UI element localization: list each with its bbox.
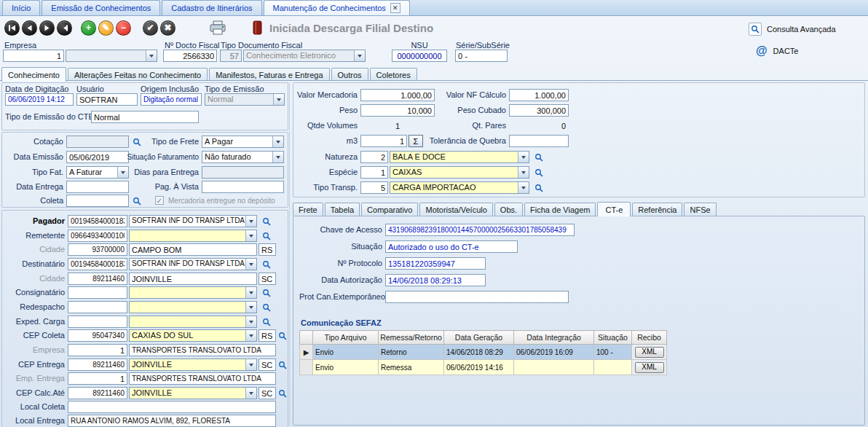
cidade-destino-uf-input[interactable] [259, 273, 276, 285]
cep-coleta-combo[interactable]: CAXIAS DO SUL [129, 329, 257, 342]
print-button[interactable] [209, 20, 226, 36]
qt-pares-input[interactable] [509, 120, 569, 132]
consignatario-code-input[interactable] [68, 286, 127, 299]
tab-manifestos[interactable]: Manifestos, Faturas e Entrega [209, 68, 329, 81]
cell-data-integracao[interactable]: 06/06/2019 16:09 [514, 345, 594, 360]
mdi-tab-emissao[interactable]: Emissão de Conhecimentos [42, 0, 160, 15]
usuario-input[interactable] [76, 93, 138, 106]
tab-tabela[interactable]: Tabela [325, 203, 360, 216]
especie-code-input[interactable] [360, 166, 388, 179]
emp-entrega-code-input[interactable] [68, 372, 127, 385]
xml-button[interactable]: XML [635, 347, 664, 358]
pagador-search-button[interactable] [260, 215, 273, 227]
exped-carga-combo[interactable] [129, 316, 257, 328]
edit-record-button[interactable]: ✎ [98, 20, 114, 36]
cidade-destino-code-input[interactable] [68, 273, 127, 285]
cotacao-input[interactable] [66, 136, 129, 148]
consignatario-combo[interactable] [129, 286, 257, 299]
nav-first-button[interactable] [4, 20, 20, 36]
emp-entrega-input[interactable] [129, 372, 276, 385]
serie-input[interactable] [455, 50, 508, 62]
tab-comparativo[interactable]: Comparativo [361, 203, 418, 216]
cell-remessa-retorno[interactable]: Remessa [379, 360, 444, 375]
natureza-search-button[interactable] [532, 151, 545, 163]
destinatario-code-input[interactable] [68, 258, 127, 270]
mdi-tab-inicio[interactable]: Início [2, 0, 40, 15]
cell-situacao[interactable]: 100 - [594, 345, 632, 360]
natureza-combo[interactable]: BALA E DOCE [390, 151, 529, 163]
tolerancia-input[interactable] [509, 135, 569, 147]
tab-frete[interactable]: Frete [293, 203, 323, 216]
tipo-transp-search-button[interactable] [532, 181, 545, 194]
redespacho-combo[interactable] [129, 301, 257, 313]
prot-can-input[interactable] [385, 291, 569, 303]
redespacho-code-input[interactable] [68, 301, 127, 313]
sefaz-row[interactable]: Envio Remessa 06/06/2019 14:16 XML [300, 360, 667, 375]
redespacho-search-button[interactable] [260, 301, 273, 313]
add-record-button[interactable]: + [81, 20, 96, 36]
mdi-tab-manutencao[interactable]: Manutenção de Conhecimentos ✕ [264, 0, 410, 15]
remetente-combo[interactable] [129, 230, 257, 242]
tipo-transp-combo[interactable]: CARGA IMPORTACAO [390, 181, 529, 194]
consignatario-search-button[interactable] [260, 286, 273, 299]
tipo-frete-combo[interactable]: A Pagar [202, 136, 284, 148]
tipo-doc-code-input[interactable] [220, 50, 242, 62]
tab-motorista-veiculo[interactable]: Motorista/Veículo [419, 203, 492, 216]
data-autorizacao-input[interactable] [385, 274, 486, 286]
tab-outros[interactable]: Outros [331, 68, 368, 81]
cep-entrega-code-input[interactable] [68, 359, 127, 371]
tipo-transp-code-input[interactable] [360, 181, 388, 194]
situacao-faturamento-combo[interactable]: Não faturado [202, 151, 284, 163]
mercadoria-deposito-checkbox[interactable]: ✓ [155, 196, 164, 205]
empresa-coleta-code-input[interactable] [68, 344, 127, 356]
cep-coleta-uf-input[interactable] [259, 329, 276, 342]
valor-nf-input[interactable] [509, 89, 569, 101]
cep-coleta-search-button[interactable] [276, 329, 289, 342]
empresa-coleta-input[interactable] [129, 344, 276, 356]
pagador-code-input[interactable] [68, 215, 127, 227]
natureza-code-input[interactable] [360, 151, 388, 163]
tab-alteracoes[interactable]: Alterações Feitas no Conhecimento [68, 68, 208, 81]
mdi-tab-itinerarios[interactable]: Cadastro de Itinerários [162, 0, 261, 15]
cidade-origem-uf-input[interactable] [259, 243, 276, 256]
digitacao-input[interactable] [5, 93, 74, 106]
cell-data-integracao[interactable] [514, 360, 594, 375]
tab-nfse[interactable]: NFSe [684, 203, 716, 216]
tab-coletores[interactable]: Coletores [370, 68, 417, 81]
tab-referencia[interactable]: Referência [632, 203, 682, 216]
local-coleta-input[interactable] [68, 401, 276, 413]
origem-input[interactable] [141, 93, 202, 106]
destinatario-combo[interactable]: SOFTRAN INF DO TRANSP LTDA [129, 258, 257, 270]
chave-acesso-input[interactable] [385, 224, 575, 236]
cep-coleta-code-input[interactable] [68, 329, 127, 342]
peso-input[interactable] [360, 104, 435, 117]
cell-tipo-arquivo[interactable]: Envio [313, 360, 379, 375]
tab-ficha-viagem[interactable]: Ficha de Viagem [524, 203, 596, 216]
coleta-search-button[interactable] [130, 195, 143, 207]
cell-data-geracao[interactable]: 06/06/2019 14:16 [444, 360, 514, 375]
remetente-code-input[interactable] [68, 230, 127, 242]
nav-next-button[interactable] [39, 20, 55, 36]
peso-cubado-input[interactable] [509, 104, 569, 117]
remetente-search-button[interactable] [260, 230, 273, 242]
exped-carga-search-button[interactable] [260, 316, 273, 328]
cep-calc-code-input[interactable] [68, 387, 127, 399]
consulta-avancada-button[interactable]: Consulta Avançada [749, 23, 836, 36]
dias-entrega-input[interactable] [202, 166, 284, 179]
pag-vista-input[interactable] [202, 181, 284, 193]
empresa-header-code-input[interactable] [3, 50, 64, 62]
destinatario-search-button[interactable] [260, 258, 273, 270]
cidade-destino-input[interactable] [129, 273, 257, 285]
cell-tipo-arquivo[interactable]: Envio [313, 345, 379, 360]
cep-entrega-combo[interactable]: JOINVILLE [129, 359, 257, 371]
exped-carga-code-input[interactable] [68, 316, 127, 328]
tab-obs[interactable]: Obs. [494, 203, 523, 216]
tab-close-icon[interactable]: ✕ [390, 3, 401, 13]
cep-entrega-search-button[interactable] [276, 359, 289, 371]
m3-input[interactable] [360, 135, 407, 147]
delete-record-button[interactable]: − [116, 20, 131, 36]
cell-remessa-retorno[interactable]: Retorno [379, 345, 444, 360]
tab-cte[interactable]: CT-e [597, 202, 631, 216]
cancel-button[interactable]: ✖ [160, 20, 175, 36]
nav-last-button[interactable] [57, 20, 72, 36]
